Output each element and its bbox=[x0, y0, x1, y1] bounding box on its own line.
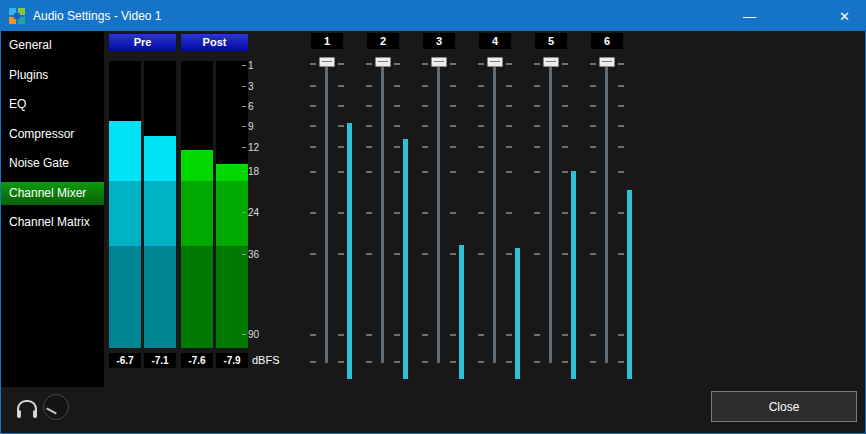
scale-tick bbox=[242, 334, 246, 335]
slider-tick bbox=[590, 146, 596, 148]
slider-tick bbox=[450, 334, 456, 336]
scale-tick bbox=[242, 147, 246, 148]
sidebar-item-plugins[interactable]: Plugins bbox=[1, 64, 104, 87]
channel-1-label: 1 bbox=[311, 33, 343, 49]
sidebar-item-channel-matrix[interactable]: Channel Matrix bbox=[1, 211, 104, 234]
slider-tick bbox=[590, 361, 596, 363]
channel-2-slider-track[interactable] bbox=[381, 63, 384, 363]
slider-tick bbox=[422, 212, 428, 214]
minimize-button[interactable]: — bbox=[727, 1, 772, 31]
channel-5-level-fill bbox=[571, 171, 576, 379]
slider-tick bbox=[562, 63, 568, 65]
window-title: Audio Settings - Video 1 bbox=[33, 9, 162, 23]
post-meter-value-1: -7.6 bbox=[181, 353, 213, 368]
close-button[interactable]: Close bbox=[711, 391, 857, 422]
slider-tick bbox=[422, 125, 428, 127]
slider-tick bbox=[422, 334, 428, 336]
scale-mark-90: 90 bbox=[242, 329, 259, 339]
sidebar-item-channel-mixer[interactable]: Channel Mixer bbox=[1, 182, 104, 205]
slider-tick bbox=[310, 212, 316, 214]
slider-tick bbox=[590, 125, 596, 127]
slider-tick bbox=[562, 334, 568, 336]
slider-tick bbox=[450, 361, 456, 363]
slider-tick bbox=[506, 334, 512, 336]
slider-tick bbox=[618, 105, 624, 107]
slider-tick bbox=[310, 125, 316, 127]
slider-tick bbox=[422, 171, 428, 173]
slider-tick bbox=[338, 63, 344, 65]
slider-tick bbox=[338, 361, 344, 363]
headphones-volume-knob[interactable] bbox=[43, 394, 69, 420]
slider-tick bbox=[394, 212, 400, 214]
slider-tick bbox=[450, 63, 456, 65]
channel-6-slider-track[interactable] bbox=[605, 63, 608, 363]
channel-4-slider-handle[interactable] bbox=[487, 57, 503, 67]
sidebar-item-general[interactable]: General bbox=[1, 34, 104, 57]
slider-tick bbox=[506, 125, 512, 127]
channel-5-slider-handle[interactable] bbox=[543, 57, 559, 67]
channel-3-slider-track[interactable] bbox=[437, 63, 440, 363]
channel-1-slider-track[interactable] bbox=[325, 63, 328, 363]
slider-tick bbox=[310, 361, 316, 363]
scale-tick bbox=[242, 212, 246, 213]
pre-meter-value-1: -6.7 bbox=[109, 353, 141, 368]
channel-1-slider-handle[interactable] bbox=[319, 57, 335, 67]
slider-tick bbox=[534, 171, 540, 173]
close-window-button[interactable]: ✕ bbox=[822, 1, 866, 31]
post-meter-value-2: -7.9 bbox=[216, 353, 248, 368]
channel-4: 4 bbox=[467, 33, 523, 385]
slider-tick bbox=[534, 146, 540, 148]
sidebar-item-noise-gate[interactable]: Noise Gate bbox=[1, 152, 104, 175]
slider-tick bbox=[534, 105, 540, 107]
slider-tick bbox=[394, 146, 400, 148]
channel-4-level-meter bbox=[515, 59, 520, 379]
slider-tick bbox=[590, 212, 596, 214]
slider-tick bbox=[562, 212, 568, 214]
slider-tick bbox=[618, 253, 624, 255]
channel-5-slider-track[interactable] bbox=[549, 63, 552, 363]
channel-4-slider-track[interactable] bbox=[493, 63, 496, 363]
scale-mark-6: 6 bbox=[242, 101, 254, 111]
channel-6-slider-handle[interactable] bbox=[599, 57, 615, 67]
channel-4-level-fill bbox=[515, 248, 520, 379]
channel-3: 3 bbox=[411, 33, 467, 385]
slider-tick bbox=[562, 105, 568, 107]
slider-tick bbox=[366, 334, 372, 336]
slider-tick bbox=[366, 253, 372, 255]
slider-tick bbox=[394, 361, 400, 363]
channel-6-label: 6 bbox=[591, 33, 623, 49]
slider-tick bbox=[366, 105, 372, 107]
channel-3-slider-handle[interactable] bbox=[431, 57, 447, 67]
slider-tick bbox=[366, 146, 372, 148]
slider-tick bbox=[618, 361, 624, 363]
slider-tick bbox=[478, 63, 484, 65]
slider-tick bbox=[310, 63, 316, 65]
channel-5-label: 5 bbox=[535, 33, 567, 49]
slider-tick bbox=[562, 253, 568, 255]
post-meter-label: Post bbox=[181, 34, 248, 51]
slider-tick bbox=[338, 334, 344, 336]
slider-tick bbox=[506, 361, 512, 363]
slider-tick bbox=[618, 171, 624, 173]
scale-tick bbox=[242, 171, 246, 172]
slider-tick bbox=[310, 105, 316, 107]
slider-tick bbox=[394, 63, 400, 65]
pre-meter-bar-2 bbox=[144, 61, 176, 348]
sidebar-item-eq[interactable]: EQ bbox=[1, 93, 104, 116]
slider-tick bbox=[478, 85, 484, 87]
slider-tick bbox=[450, 146, 456, 148]
sidebar-item-compressor[interactable]: Compressor bbox=[1, 123, 104, 146]
scale-mark-3: 3 bbox=[242, 81, 254, 91]
titlebar: Audio Settings - Video 1 — ✕ bbox=[1, 1, 865, 31]
headphones-icon[interactable] bbox=[17, 400, 37, 415]
channel-1: 1 bbox=[299, 33, 355, 385]
slider-tick bbox=[450, 253, 456, 255]
scale-mark-18: 18 bbox=[242, 166, 259, 176]
slider-tick bbox=[590, 63, 596, 65]
slider-tick bbox=[366, 212, 372, 214]
scale-mark-9: 9 bbox=[242, 121, 254, 131]
slider-tick bbox=[422, 63, 428, 65]
channel-2-slider-handle[interactable] bbox=[375, 57, 391, 67]
slider-tick bbox=[506, 146, 512, 148]
slider-tick bbox=[450, 212, 456, 214]
